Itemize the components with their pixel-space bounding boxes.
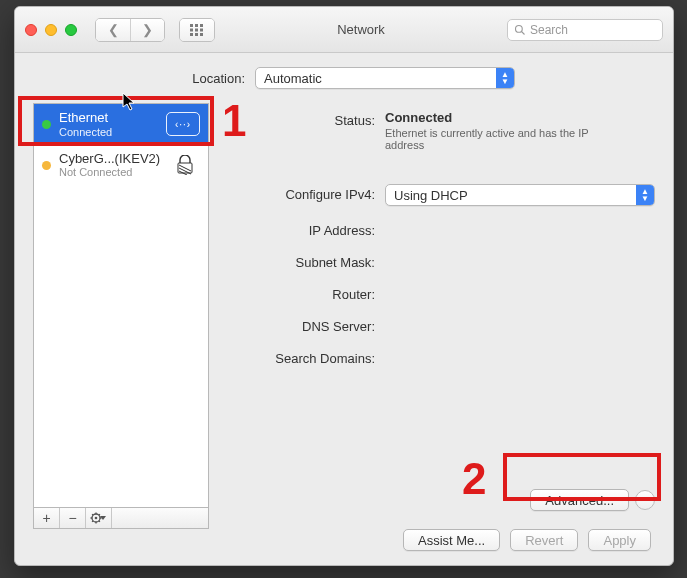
svg-line-23 [92, 521, 93, 522]
status-label: Status: [233, 110, 375, 128]
svg-rect-4 [195, 28, 198, 31]
svg-line-21 [92, 514, 93, 515]
service-actions-button[interactable] [86, 508, 112, 528]
revert-button[interactable]: Revert [510, 529, 578, 551]
assist-me-button[interactable]: Assist Me... [403, 529, 500, 551]
search-domains-label: Search Domains: [233, 348, 375, 366]
svg-line-22 [98, 521, 99, 522]
subnet-mask-label: Subnet Mask: [233, 252, 375, 270]
annotation-label-1: 1 [222, 96, 246, 146]
chevron-updown-icon: ▲▼ [636, 185, 654, 205]
status-dot-icon [42, 161, 51, 170]
service-name: CyberG...(IKEV2) [59, 151, 160, 167]
dns-server-label: DNS Server: [233, 316, 375, 334]
annotation-label-2: 2 [462, 454, 486, 504]
titlebar: ❮ ❯ Network Search [15, 7, 673, 53]
remove-service-button[interactable]: − [60, 508, 86, 528]
ip-address-label: IP Address: [233, 220, 375, 238]
svg-rect-8 [200, 33, 203, 36]
router-label: Router: [233, 284, 375, 302]
lock-icon [170, 154, 200, 176]
search-placeholder: Search [530, 23, 568, 37]
location-label: Location: [15, 71, 245, 86]
toolbar-spacer [112, 508, 208, 528]
close-icon[interactable] [25, 24, 37, 36]
status-description: Ethernet is currently active and has the… [385, 127, 625, 151]
svg-rect-5 [200, 28, 203, 31]
svg-point-9 [516, 25, 523, 32]
gear-icon [90, 512, 108, 524]
window-title: Network [221, 22, 501, 37]
location-value: Automatic [264, 71, 322, 86]
svg-rect-2 [200, 24, 203, 27]
maximize-icon[interactable] [65, 24, 77, 36]
chevron-updown-icon: ▲▼ [496, 68, 514, 88]
minimize-icon[interactable] [45, 24, 57, 36]
footer-buttons: Assist Me... Revert Apply [15, 529, 673, 565]
cursor-icon [122, 92, 138, 112]
svg-rect-0 [190, 24, 193, 27]
search-input[interactable]: Search [507, 19, 663, 41]
svg-rect-6 [190, 33, 193, 36]
back-forward-group: ❮ ❯ [95, 18, 165, 42]
service-status: Not Connected [59, 166, 160, 179]
annotation-box-2 [503, 453, 661, 501]
grid-icon [180, 19, 214, 41]
svg-rect-7 [195, 33, 198, 36]
service-list: Ethernet Connected ‹··› CyberG...(IKEV2)… [33, 103, 209, 507]
svg-rect-1 [195, 24, 198, 27]
annotation-box-1 [18, 96, 214, 146]
status-value: Connected [385, 110, 452, 125]
configure-ipv4-dropdown[interactable]: Using DHCP ▲▼ [385, 184, 655, 206]
show-all-button[interactable] [179, 18, 215, 42]
apply-button[interactable]: Apply [588, 529, 651, 551]
service-sidebar: Ethernet Connected ‹··› CyberG...(IKEV2)… [33, 103, 209, 529]
location-dropdown[interactable]: Automatic ▲▼ [255, 67, 515, 89]
svg-rect-3 [190, 28, 193, 31]
service-toolbar: + − [33, 507, 209, 529]
add-service-button[interactable]: + [34, 508, 60, 528]
configure-ipv4-label: Configure IPv4: [233, 184, 375, 202]
sidebar-item-vpn[interactable]: CyberG...(IKEV2) Not Connected [34, 145, 208, 186]
svg-point-16 [94, 517, 97, 520]
svg-line-10 [522, 31, 525, 34]
configure-ipv4-value: Using DHCP [394, 188, 468, 203]
window-controls [25, 24, 77, 36]
svg-line-24 [98, 514, 99, 515]
back-button[interactable]: ❮ [96, 19, 130, 41]
forward-button[interactable]: ❯ [130, 19, 164, 41]
search-icon [514, 24, 526, 36]
